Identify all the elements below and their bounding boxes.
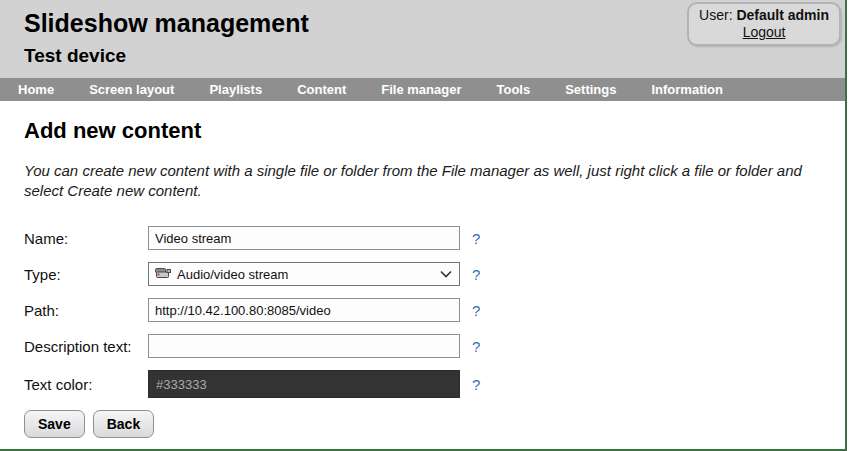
name-input[interactable] (148, 226, 460, 250)
main-content: Add new content You can create new conte… (0, 101, 845, 438)
user-label: User: (699, 7, 732, 23)
text-color-input[interactable] (148, 370, 460, 398)
user-box: User: Default admin Logout (687, 2, 841, 46)
save-button[interactable]: Save (24, 410, 85, 438)
nav-item-information[interactable]: Information (651, 82, 723, 97)
type-select[interactable]: Audio/video stream (148, 262, 460, 286)
type-select-value: Audio/video stream (177, 267, 434, 282)
path-label: Path: (24, 302, 148, 319)
help-description: You can create new content with a single… (24, 161, 821, 201)
nav-item-screen-layout[interactable]: Screen layout (89, 82, 174, 97)
main-nav: Home Screen layout Playlists Content Fil… (0, 78, 845, 101)
path-input[interactable] (148, 298, 460, 322)
user-line: User: Default admin (699, 7, 829, 23)
description-help-link[interactable]: ? (472, 338, 480, 355)
page-header: Slideshow management Test device User: D… (0, 0, 845, 78)
description-input[interactable] (148, 334, 460, 358)
form-buttons: Save Back (24, 410, 821, 438)
form-row-type: Type: Audio/video stream ? (24, 262, 821, 286)
user-name: Default admin (736, 7, 829, 23)
nav-item-home[interactable]: Home (18, 82, 54, 97)
page-title: Add new content (24, 118, 821, 144)
type-help-link[interactable]: ? (472, 266, 480, 283)
nav-item-settings[interactable]: Settings (565, 82, 616, 97)
chevron-down-icon (440, 270, 452, 278)
back-button[interactable]: Back (93, 410, 154, 438)
name-help-link[interactable]: ? (472, 230, 480, 247)
nav-item-playlists[interactable]: Playlists (209, 82, 262, 97)
logout-link[interactable]: Logout (743, 24, 786, 40)
page: Slideshow management Test device User: D… (0, 0, 847, 451)
form-row-name: Name: ? (24, 226, 821, 250)
camcorder-icon (155, 266, 171, 283)
path-help-link[interactable]: ? (472, 302, 480, 319)
text-color-help-link[interactable]: ? (472, 376, 480, 393)
type-label: Type: (24, 266, 148, 283)
nav-item-tools[interactable]: Tools (496, 82, 530, 97)
nav-item-content[interactable]: Content (297, 82, 346, 97)
form-row-text-color: Text color: ? (24, 370, 821, 398)
nav-item-file-manager[interactable]: File manager (381, 82, 461, 97)
form-row-description: Description text: ? (24, 334, 821, 358)
description-label: Description text: (24, 338, 148, 355)
text-color-label: Text color: (24, 376, 148, 393)
device-name: Test device (24, 45, 845, 67)
form-row-path: Path: ? (24, 298, 821, 322)
name-label: Name: (24, 230, 148, 247)
